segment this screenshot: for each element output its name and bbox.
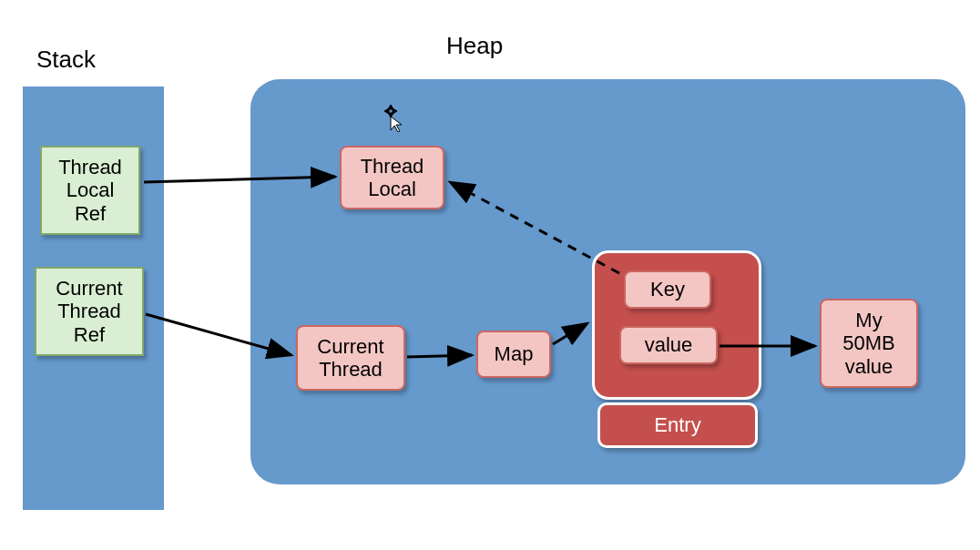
thread-local-ref-box: Thread Local Ref — [40, 146, 140, 235]
current-thread-ref-text: Current Thread Ref — [56, 277, 122, 346]
value-box: value — [619, 326, 718, 364]
thread-local-ref-text: Thread Local Ref — [58, 156, 122, 225]
current-thread-ref-box: Current Thread Ref — [35, 267, 144, 356]
entry-badge-text: Entry — [654, 413, 700, 437]
move-cursor-icon — [379, 105, 403, 135]
stack-label: Stack — [36, 46, 96, 74]
current-thread-text: Current Thread — [317, 335, 383, 382]
map-box: Map — [476, 331, 551, 378]
heap-label: Heap — [446, 32, 503, 60]
key-box: Key — [624, 270, 711, 309]
thread-local-text: Thread Local — [361, 155, 424, 201]
svg-marker-4 — [393, 108, 397, 114]
current-thread-box: Current Thread — [296, 325, 405, 391]
key-text: Key — [650, 278, 685, 300]
svg-marker-5 — [391, 117, 402, 132]
svg-marker-3 — [384, 108, 389, 114]
thread-local-box: Thread Local — [340, 146, 444, 209]
my-value-box: My 50MB value — [820, 299, 918, 388]
value-text: value — [645, 333, 693, 356]
map-text: Map — [495, 342, 534, 365]
my-value-text: My 50MB value — [842, 309, 894, 378]
entry-badge: Entry — [597, 402, 758, 448]
